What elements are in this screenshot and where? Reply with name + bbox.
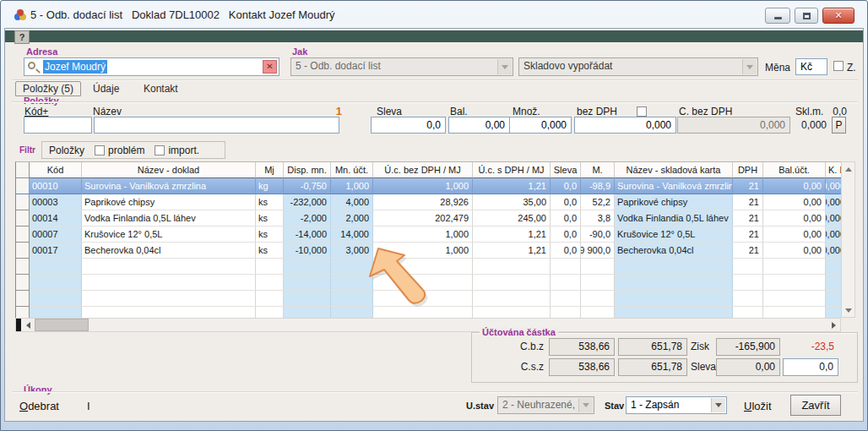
scroll-right-button[interactable] bbox=[827, 319, 840, 331]
ukony-group-label: Úkony bbox=[24, 385, 52, 395]
scroll-up-button[interactable] bbox=[842, 162, 854, 176]
table-cell bbox=[763, 307, 826, 318]
adresa-label: Adresa bbox=[26, 46, 57, 57]
table-cell bbox=[733, 291, 763, 307]
sleva-entry-label: Sleva bbox=[377, 106, 402, 117]
table-cell bbox=[581, 307, 615, 318]
kod-label[interactable]: Kód+ bbox=[24, 106, 48, 117]
table-row[interactable]: 00014Vodka Finlandia 0,5L láhevks-2,0002… bbox=[16, 210, 841, 226]
table-cell bbox=[763, 275, 826, 291]
settle-mode-select[interactable]: Skladovo vypořádat bbox=[518, 57, 758, 76]
table-cell: 0,0 bbox=[551, 226, 581, 243]
table-cell bbox=[733, 259, 763, 275]
row-selector-cell bbox=[16, 307, 30, 318]
ustav-label: U.stav bbox=[466, 401, 494, 411]
table-cell bbox=[551, 275, 581, 291]
nazev-input[interactable] bbox=[94, 117, 339, 134]
sleva-entry-input[interactable]: 0,0 bbox=[371, 117, 446, 134]
table-cell: 0,0 bbox=[551, 210, 581, 226]
row-selector-cell bbox=[16, 275, 30, 291]
maximize-button[interactable] bbox=[795, 8, 818, 24]
table-cell: 202,479 bbox=[373, 210, 473, 226]
close-button[interactable]: ✕ bbox=[822, 8, 854, 24]
client-area: ? Adresa Jozef Moudrý ✕ Jak 5 - Odb. dod… bbox=[4, 28, 864, 422]
sklm-value: 0,000 bbox=[782, 119, 827, 131]
table-cell: 21 bbox=[733, 226, 763, 243]
table-cell bbox=[82, 275, 256, 291]
toolbar-strip bbox=[5, 30, 863, 42]
scrollbar-thumb[interactable] bbox=[35, 319, 89, 331]
table-cell bbox=[615, 275, 733, 291]
problem-checkbox[interactable] bbox=[95, 145, 105, 155]
table-cell: 245,00 bbox=[473, 210, 551, 226]
minimize-button[interactable] bbox=[765, 8, 790, 24]
table-cell: Paprikové chipsy bbox=[615, 194, 733, 210]
adresa-input[interactable]: Jozef Moudrý ✕ bbox=[24, 57, 279, 76]
i-button[interactable]: I bbox=[87, 400, 90, 412]
doc-type-select[interactable]: 5 - Odb. dodací list bbox=[290, 57, 513, 76]
table-row[interactable]: 00017Becherovka 0,04clks-10,0003,0001,00… bbox=[16, 243, 841, 259]
bez-dph-checkbox[interactable] bbox=[637, 106, 647, 117]
filter-polozky-label[interactable]: Položky bbox=[49, 145, 84, 156]
clear-icon[interactable]: ✕ bbox=[263, 60, 277, 74]
tab-kontakt[interactable]: Kontakt bbox=[144, 83, 178, 95]
table-cell bbox=[826, 259, 841, 275]
table-row[interactable]: 00003Paprikové chipsyks-232,0004,00028,9… bbox=[16, 194, 841, 210]
mnoz-input[interactable]: 0,000 bbox=[509, 117, 572, 134]
odebrat-button[interactable]: Odebrat bbox=[19, 400, 59, 412]
horizontal-scrollbar[interactable] bbox=[15, 318, 841, 332]
table-cell: Kód bbox=[30, 162, 82, 178]
cbz-value-2: 651,78 bbox=[618, 338, 687, 356]
table-cell bbox=[284, 307, 331, 318]
zavrit-button[interactable]: Zavřít bbox=[790, 395, 841, 416]
vertical-scrollbar[interactable] bbox=[841, 161, 855, 318]
scroll-up-icon bbox=[845, 164, 852, 172]
table-filler-row bbox=[16, 291, 841, 307]
table-cell: Vodka Finlandia 0,5L láhev bbox=[82, 210, 256, 226]
chevron-down-icon bbox=[742, 59, 757, 74]
table-cell bbox=[30, 291, 82, 307]
zisk-label: Zisk bbox=[691, 341, 709, 352]
tab-udaje[interactable]: Údaje bbox=[93, 83, 119, 95]
table-cell: 14,000 bbox=[331, 226, 373, 243]
bez-dph-input[interactable]: 0,000 bbox=[574, 117, 676, 134]
table-cell: Becherovka 0,04cl bbox=[82, 243, 256, 259]
table-cell bbox=[373, 259, 473, 275]
p-button[interactable]: P bbox=[832, 117, 846, 134]
search-icon bbox=[28, 62, 35, 69]
scroll-left-button[interactable] bbox=[21, 319, 35, 331]
tab-polozky[interactable]: Položky (5) bbox=[15, 81, 81, 96]
ulozit-button[interactable]: Uložit bbox=[744, 400, 772, 412]
table-cell: 0,000 bbox=[826, 194, 841, 210]
bal-input[interactable]: 0,00 bbox=[448, 117, 510, 134]
doc-type-value: 5 - Odb. dodací list bbox=[296, 60, 496, 72]
table-cell: 1,21 bbox=[473, 243, 551, 259]
table-cell: Ú.c. bez DPH / MJ bbox=[373, 162, 473, 178]
table-cell bbox=[331, 291, 373, 307]
table-cell: -232,000 bbox=[284, 194, 331, 210]
table-cell: 0,000 bbox=[826, 243, 841, 259]
table-cell bbox=[615, 259, 733, 275]
stav-label: Stav bbox=[605, 401, 624, 411]
help-button[interactable]: ? bbox=[14, 30, 30, 44]
z-checkbox[interactable] bbox=[833, 61, 844, 71]
bal-label: Bal. bbox=[450, 106, 468, 117]
titlebar[interactable]: 5 - Odb. dodací list Doklad 7DL10002 Kon… bbox=[2, 2, 866, 27]
minimize-icon bbox=[774, 17, 782, 19]
table-cell bbox=[82, 291, 256, 307]
table-cell bbox=[733, 275, 763, 291]
table-cell: 1,21 bbox=[473, 226, 551, 243]
sleva-extra-input[interactable]: 0,0 bbox=[783, 358, 838, 376]
row-selector-cell bbox=[16, 210, 30, 226]
table-filler-row bbox=[16, 259, 841, 275]
kod-input[interactable] bbox=[24, 117, 92, 134]
table-row[interactable]: 00007Krušovice 12° 0,5Lks-14,00014,0001,… bbox=[16, 226, 841, 243]
scroll-down-button[interactable] bbox=[842, 303, 854, 317]
stav-select[interactable]: 1 - Zapsán bbox=[626, 396, 727, 414]
import-checkbox[interactable] bbox=[155, 145, 165, 155]
row-selector-cell bbox=[16, 226, 30, 243]
mena-input[interactable]: Kč bbox=[795, 58, 827, 75]
row-counter: 1 bbox=[330, 105, 342, 117]
table-cell: kg bbox=[256, 178, 284, 194]
table-row[interactable]: 00010Surovina - Vanilková zmrzlinakg-0,7… bbox=[16, 178, 841, 194]
